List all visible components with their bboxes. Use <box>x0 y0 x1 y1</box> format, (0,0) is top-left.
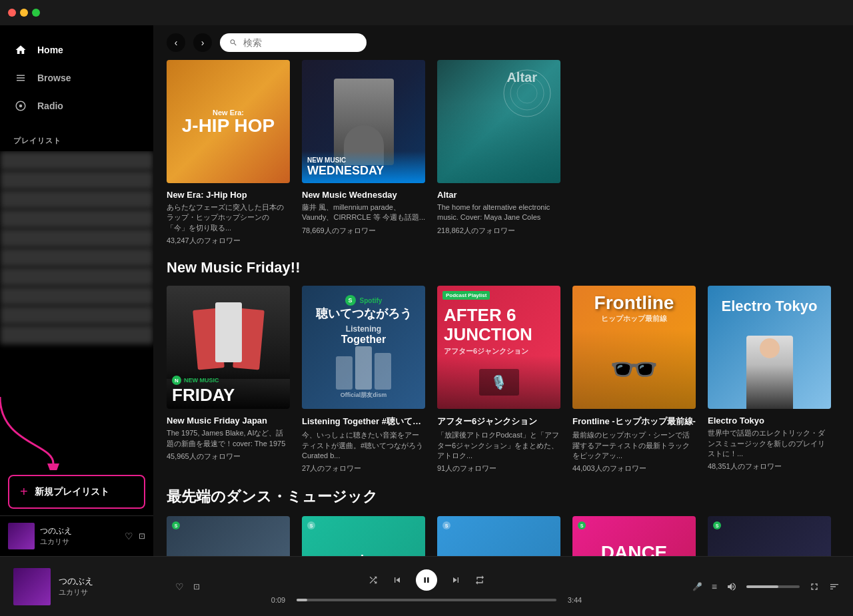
progress-bar-container: 0:09 3:44 <box>267 596 586 604</box>
prev-button[interactable] <box>392 575 403 585</box>
sidebar-item-home[interactable]: Home <box>0 36 153 64</box>
maximize-button[interactable] <box>32 9 40 17</box>
card-electrotokyo[interactable]: Electro Tokyo Electro Tokyo 世界中で話題のエレクトリ… <box>708 286 831 473</box>
card-frontline[interactable]: Frontline ヒップホップ最前線 🕶️ Frontline -ヒップホップ… <box>572 286 696 473</box>
card-desc: 今、いっしょに聴きたい音楽をアーティストが選曲。#聴いてつながろう Curate… <box>302 430 425 461</box>
lyrics-icon[interactable]: 🎤 <box>692 582 702 591</box>
heart-icon[interactable]: ♡ <box>125 531 133 541</box>
add-icon: + <box>20 484 28 499</box>
card-followers: 45,965人のフォロワー <box>167 452 290 462</box>
close-button[interactable] <box>8 9 16 17</box>
forward-button[interactable]: › <box>193 33 212 52</box>
playlist-section-title: プレイリスト <box>0 125 153 151</box>
card-electronolis[interactable]: S Electronolis <box>167 516 290 556</box>
browse-icon <box>13 71 28 85</box>
player-track-name: つのぶえ <box>59 575 167 587</box>
home-icon <box>13 43 28 57</box>
card-title: New Era: J-Hip Hop <box>167 190 290 200</box>
card-danceparty[interactable]: S DanceParty <box>572 516 696 556</box>
list-item[interactable]: ██████████████ <box>0 190 153 209</box>
card-followers: 218,862人のフォロワー <box>437 226 560 236</box>
current-time: 0:09 <box>267 596 290 604</box>
devices-icon[interactable]: ⊡ <box>193 582 200 591</box>
search-input[interactable] <box>243 37 358 48</box>
player-icons: ♡ ⊡ <box>175 581 200 592</box>
minimize-button[interactable] <box>20 9 28 17</box>
total-time: 3:44 <box>563 596 586 604</box>
shuffle-button[interactable] <box>368 575 379 585</box>
queue-icon[interactable]: ≡ <box>712 581 717 592</box>
card-followers: 44,003人のフォロワー <box>572 463 696 473</box>
list-item[interactable]: ████████ <box>0 170 153 190</box>
list-item[interactable]: ████████ <box>0 267 153 286</box>
top-bar: ‹ › <box>153 25 853 60</box>
new-playlist-button[interactable]: + 新規プレイリスト <box>8 475 145 509</box>
fullscreen-icon[interactable] <box>809 581 820 592</box>
card-jphip[interactable]: New Era: J-Hip Hop New Era: J-Hip Hop あら… <box>167 60 290 246</box>
play-pause-button[interactable] <box>416 569 437 591</box>
sidebar-home-label: Home <box>37 45 63 55</box>
card-title: Listening Together #聴いてつながろう <box>302 416 425 428</box>
player-right: 🎤 ≡ <box>653 581 840 592</box>
sidebar-radio-label: Radio <box>37 101 63 111</box>
list-item[interactable]: ████████████ <box>0 151 153 170</box>
card-mint[interactable]: S mint <box>302 516 425 556</box>
next-button[interactable] <box>450 575 461 585</box>
card-after6[interactable]: Podcast Playlist After 6 Junction アフター6ジ… <box>437 286 560 473</box>
sidebar-artist: ユカリサ <box>40 537 119 547</box>
content-area: New Era: J-Hip Hop New Era: J-Hip Hop あら… <box>153 60 853 556</box>
sidebar-item-browse[interactable]: Browse <box>0 64 153 92</box>
card-desc: 世界中で話題のエレクトリック・ダンスミュージックを新しのプレイリストに！... <box>708 428 831 459</box>
progress-fill <box>297 599 307 601</box>
player-album-art <box>13 568 51 605</box>
list-item[interactable]: ████████████ <box>0 286 153 306</box>
player-track-info: つのぶえ ユカリサ <box>59 575 167 597</box>
list-item[interactable]: ████████████████ <box>0 248 153 267</box>
volume-icon <box>726 581 737 592</box>
card-desc: The 1975, James Blake, AIなど、話題の新曲を最速で！co… <box>167 428 290 449</box>
list-item[interactable]: ██████ <box>0 306 153 325</box>
search-bar <box>220 33 367 52</box>
player-bar: つのぶえ ユカリサ ♡ ⊡ 0:09 <box>0 556 853 616</box>
top-cards-row: New Era: J-Hip Hop New Era: J-Hip Hop あら… <box>167 60 840 246</box>
repeat-button[interactable] <box>474 575 485 585</box>
svg-point-0 <box>19 105 23 108</box>
dance-cards-row: S Electronolis S mint <box>167 516 840 556</box>
card-followers: 91人のフォロワー <box>437 463 560 473</box>
card-altar[interactable]: Altar Altar The home for alternative ele… <box>437 60 560 246</box>
card-followers: 48,351人のフォロワー <box>708 462 831 471</box>
heart-icon[interactable]: ♡ <box>175 581 184 592</box>
card-desc: 藤井 風、millennium parade、Vaundy、CIRRRCLE 等… <box>302 202 425 223</box>
section-title-friday: New Music Friday!! <box>167 259 840 276</box>
traffic-lights <box>8 9 40 17</box>
search-icon <box>229 38 238 47</box>
equalizer-icon[interactable] <box>829 581 840 592</box>
card-title: New Music Friday Japan <box>167 416 290 426</box>
player-controls <box>368 569 485 591</box>
list-item[interactable]: ██████████ <box>0 228 153 248</box>
player-artist: ユカリサ <box>59 587 167 597</box>
player-left: つのぶえ ユカリサ ♡ ⊡ <box>13 568 200 605</box>
card-listening[interactable]: S Spotify 聴いてつながろう Listening Together <box>302 286 425 473</box>
back-button[interactable]: ‹ <box>167 33 185 52</box>
radio-icon <box>13 99 28 113</box>
card-desc: The home for alternative electronic musi… <box>437 202 560 223</box>
card-title: New Music Wednesday <box>302 190 425 200</box>
sidebar-item-radio[interactable]: Radio <box>0 92 153 120</box>
card-followers: 43,247人のフォロワー <box>167 236 290 246</box>
card-tokyoclub[interactable]: S Tokyo Club Best <box>708 516 831 556</box>
main-content: ‹ › New Era: J-Hip Hop <box>153 25 853 556</box>
card-popremix[interactable]: S Pop Remix <box>437 516 560 556</box>
player-center: 0:09 3:44 <box>200 569 653 604</box>
volume-bar[interactable] <box>746 585 800 588</box>
list-item[interactable]: ████████████ <box>0 209 153 228</box>
list-item[interactable]: ████████████████ <box>0 325 153 344</box>
card-title: アフター6ジャンクション <box>437 416 560 428</box>
devices-icon[interactable]: ⊡ <box>139 531 145 541</box>
progress-track[interactable] <box>297 599 556 601</box>
card-followers: 27人のフォロワー <box>302 463 425 473</box>
card-newmusicwed[interactable]: NEW MUSIC WEDNESDAY New Music Wednesday … <box>302 60 425 246</box>
card-desc: あらたなフェーズに突入した日本のラップ・ヒップホップシーンの「今」を切り取る..… <box>167 202 290 233</box>
card-friday[interactable]: N NEW MUSIC FRIDAY New Music Friday Japa… <box>167 286 290 473</box>
new-playlist-label: 新規プレイリスト <box>35 486 109 498</box>
